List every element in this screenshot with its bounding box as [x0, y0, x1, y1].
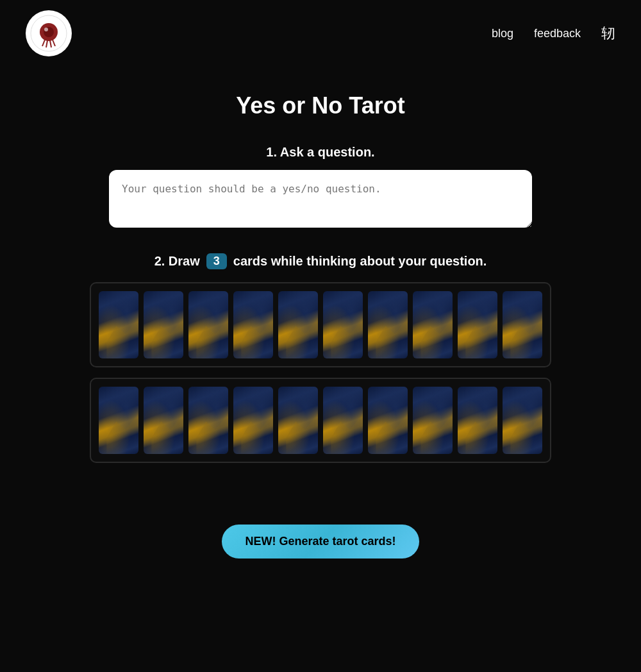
tarot-card[interactable] [144, 291, 183, 358]
step2-prefix: 2. Draw [154, 254, 200, 269]
page-title: Yes or No Tarot [236, 92, 404, 119]
translate-icon[interactable]: 轫 [601, 24, 615, 43]
tarot-card[interactable] [323, 387, 363, 454]
card-row-2 [99, 387, 542, 454]
tarot-card[interactable] [323, 291, 363, 358]
card-row-1 [99, 291, 542, 358]
step2-label: 2. Draw 3 cards while thinking about you… [154, 253, 487, 269]
logo-svg [29, 14, 68, 53]
tarot-card[interactable] [144, 387, 183, 454]
tarot-card[interactable] [458, 387, 497, 454]
nav: blog feedback 轫 [492, 24, 615, 43]
tarot-card[interactable] [99, 387, 138, 454]
tarot-card[interactable] [233, 291, 273, 358]
blog-link[interactable]: blog [492, 27, 513, 40]
tarot-card[interactable] [458, 291, 497, 358]
svg-point-3 [44, 28, 48, 31]
main-content: Yes or No Tarot 1. Ask a question. 2. Dr… [0, 67, 641, 597]
tarot-card[interactable] [368, 387, 408, 454]
card-grid-top [90, 282, 551, 367]
question-input[interactable] [109, 170, 532, 228]
site-header: blog feedback 轫 [0, 0, 641, 67]
tarot-card[interactable] [233, 387, 273, 454]
logo[interactable] [26, 10, 72, 56]
feedback-link[interactable]: feedback [534, 27, 581, 40]
tarot-card[interactable] [99, 291, 138, 358]
tarot-card[interactable] [503, 291, 542, 358]
tarot-card[interactable] [278, 387, 318, 454]
tarot-card[interactable] [188, 291, 228, 358]
card-grid-bottom [90, 378, 551, 463]
tarot-card[interactable] [368, 291, 408, 358]
step2-suffix: cards while thinking about your question… [233, 254, 487, 269]
tarot-card[interactable] [413, 387, 453, 454]
tarot-card[interactable] [503, 387, 542, 454]
tarot-card[interactable] [413, 291, 453, 358]
tarot-card[interactable] [278, 291, 318, 358]
tarot-card[interactable] [188, 387, 228, 454]
step1-label: 1. Ask a question. [266, 145, 374, 160]
generate-button[interactable]: NEW! Generate tarot cards! [222, 525, 419, 559]
draw-count-badge: 3 [206, 253, 227, 269]
